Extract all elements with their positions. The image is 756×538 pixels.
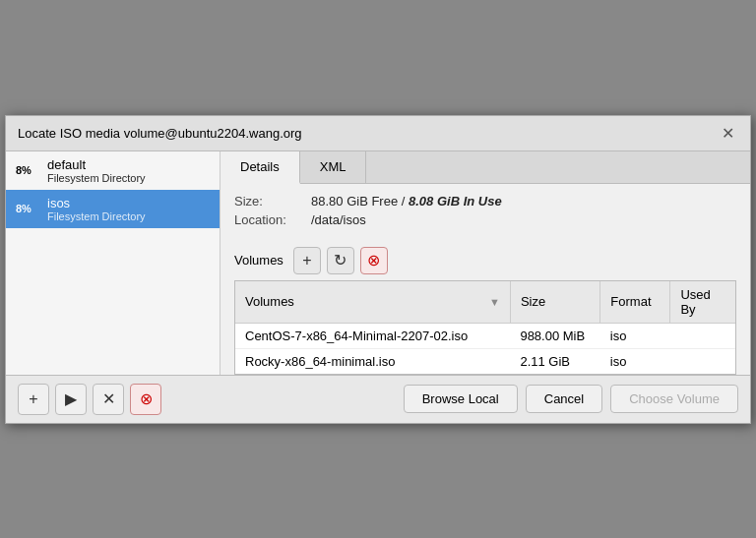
sidebar-item-isos-percent: 8% [16,203,41,214]
main-content: 8% default Filesystem Directory 8% isos … [6,151,750,375]
table-header-row: Volumes ▼ Size Format Used [235,281,735,324]
cell-format: iso [600,348,670,374]
size-label: Size: [234,194,303,209]
sidebar-item-default-name: default [47,157,146,172]
volumes-label: Volumes [234,253,284,268]
location-label: Location: [234,212,303,227]
sidebar-item-isos-name: isos [47,196,146,210]
volumes-table: Volumes ▼ Size Format Used [235,281,735,374]
right-panel: Details XML Size: 88.80 GiB Free / 8.08 … [220,151,750,375]
delete-volume-button[interactable]: ⊗ [360,247,388,274]
cell-usedby [670,323,735,348]
dialog: Locate ISO media volume@ubuntu2204.wang.… [5,115,751,424]
refresh-volumes-button[interactable]: ↻ [327,247,354,274]
choose-volume-button[interactable]: Choose Volume [610,385,738,413]
sidebar-item-isos-type: Filesystem Directory [47,210,146,222]
location-value: /data/isos [311,212,366,227]
col-header-usedby[interactable]: Used By [670,281,735,324]
bottom-left-buttons: + ▶ ✕ ⊗ [18,384,161,415]
cell-usedby [670,348,735,374]
table-row[interactable]: Rocky-x86_64-minimal.iso 2.11 GiB iso [235,348,735,374]
sidebar-item-default-percent: 8% [16,164,41,176]
location-row: Location: /data/isos [234,212,736,227]
bottom-right-buttons: Browse Local Cancel Choose Volume [404,385,738,413]
sidebar-item-default-type: Filesystem Directory [47,172,146,184]
bottom-stop-button[interactable]: ✕ [93,384,124,415]
col-header-size[interactable]: Size [510,281,599,324]
cancel-button[interactable]: Cancel [526,385,602,413]
cell-volume-name: Rocky-x86_64-minimal.iso [235,348,510,374]
cell-volume-name: CentOS-7-x86_64-Minimal-2207-02.iso [235,323,510,348]
size-row: Size: 88.80 GiB Free / 8.08 GiB In Use [234,194,736,209]
size-value: 88.80 GiB Free / 8.08 GiB In Use [311,194,502,209]
sidebar-item-isos[interactable]: 8% isos Filesystem Directory [6,190,220,228]
dialog-title: Locate ISO media volume@ubuntu2204.wang.… [18,126,302,141]
sidebar-item-default[interactable]: 8% default Filesystem Directory [6,151,220,190]
tabs: Details XML [220,151,750,184]
add-volume-button[interactable]: + [293,247,321,274]
bottom-delete-button[interactable]: ⊗ [130,384,161,415]
bottom-add-button[interactable]: + [18,384,49,415]
tab-details[interactable]: Details [220,151,300,184]
volumes-toolbar: Volumes + ↻ ⊗ [220,241,750,280]
cell-format: iso [600,323,670,348]
title-bar: Locate ISO media volume@ubuntu2204.wang.… [6,116,750,151]
bottom-toolbar: + ▶ ✕ ⊗ Browse Local Cancel Choose Volum… [6,375,750,423]
browse-local-button[interactable]: Browse Local [404,385,518,413]
cell-size: 988.00 MiB [510,323,599,348]
close-button[interactable]: ✕ [718,124,738,143]
table-row[interactable]: CentOS-7-x86_64-Minimal-2207-02.iso 988.… [235,323,735,348]
details-panel: Size: 88.80 GiB Free / 8.08 GiB In Use L… [220,184,750,241]
col-header-volumes[interactable]: Volumes ▼ [235,281,510,324]
cell-size: 2.11 GiB [510,348,599,374]
sort-arrow-icon: ▼ [489,296,500,308]
sidebar: 8% default Filesystem Directory 8% isos … [6,151,220,375]
col-header-format[interactable]: Format [600,281,670,324]
bottom-play-button[interactable]: ▶ [55,384,87,415]
volumes-table-container: Volumes ▼ Size Format Used [234,280,736,375]
tab-xml[interactable]: XML [300,151,367,183]
